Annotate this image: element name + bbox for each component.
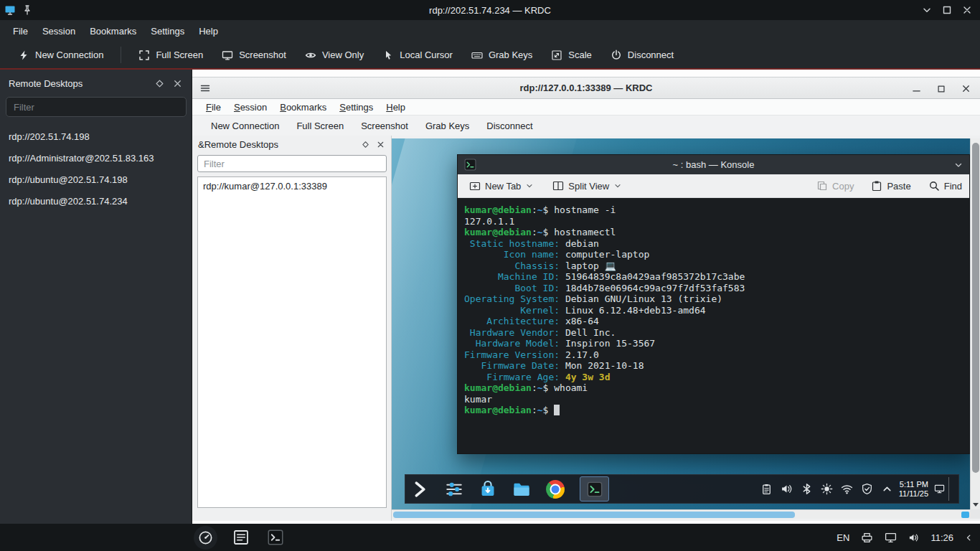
host-clock[interactable]: 11:26 <box>930 532 953 543</box>
remote-desktop-item[interactable]: rdp://Administrator@202.51.83.163 <box>0 147 192 169</box>
inner-dock-float-icon[interactable] <box>361 140 370 149</box>
host-toolbar-screenshot-button[interactable]: Screenshot <box>215 46 293 65</box>
folder-icon[interactable] <box>512 480 531 499</box>
hamburger-menu-icon[interactable] <box>199 83 211 94</box>
keyboard-layout-indicator[interactable]: EN <box>837 532 849 543</box>
remote-desktop-item[interactable]: rdp://202.51.74.198 <box>0 126 192 147</box>
konsole-toolbar: New Tab Split View Copy <box>458 174 969 198</box>
inner-toolbar-full-screen-button[interactable]: Full Screen <box>288 118 352 134</box>
plasma-launchers <box>411 476 609 501</box>
host-shade-button[interactable] <box>918 1 936 19</box>
scale-icon <box>551 50 562 61</box>
sliders-icon[interactable] <box>445 480 463 499</box>
clipboard-icon[interactable] <box>760 483 773 495</box>
brightness-icon[interactable] <box>821 483 833 495</box>
toolbar-label: New Connection <box>35 50 103 60</box>
horizontal-scrollbar-thumb[interactable] <box>393 512 795 518</box>
host-menu-settings[interactable]: Settings <box>143 23 192 39</box>
inner-toolbar-grab-keys-button[interactable]: Grab Keys <box>417 118 478 134</box>
chrome-icon[interactable] <box>546 480 565 499</box>
tray-collapse-icon[interactable] <box>965 534 973 542</box>
inner-dock-close-icon[interactable] <box>376 140 385 149</box>
split-view-button[interactable]: Split View <box>548 177 626 194</box>
vertical-scrollbar[interactable] <box>970 138 980 509</box>
dock-close-icon[interactable] <box>172 78 183 89</box>
host-toolbar-grab-keys-button[interactable]: Grab Keys <box>465 46 539 65</box>
discover-icon[interactable] <box>479 480 497 499</box>
nested-remote-desktop[interactable]: ~ : bash — Konsole New Tab Split View <box>392 138 970 509</box>
volume-icon[interactable] <box>781 483 793 495</box>
plasma-clock-time: 5:11 PM <box>899 480 928 489</box>
host-menu-session[interactable]: Session <box>35 23 83 39</box>
inner-toolbar-screenshot-button[interactable]: Screenshot <box>352 118 417 134</box>
view-only-icon <box>305 50 316 61</box>
inner-close-button[interactable] <box>961 83 971 94</box>
terminal-line: Icon name: computer-laptop <box>464 249 963 260</box>
shield-icon[interactable] <box>861 483 873 495</box>
activity-gauge-icon[interactable] <box>194 526 217 550</box>
konsole-app-icon <box>463 159 476 171</box>
host-toolbar-full-screen-button[interactable]: Full Screen <box>132 46 209 65</box>
konsole-titlebar[interactable]: ~ : bash — Konsole <box>458 155 969 174</box>
host-toolbar-scale-button[interactable]: Scale <box>545 46 598 65</box>
terminal-window-icon <box>267 529 284 546</box>
inner-toolbar-new-connection-button[interactable]: New Connection <box>202 118 288 134</box>
host-close-button[interactable] <box>958 1 976 19</box>
volume-icon[interactable] <box>908 532 919 543</box>
launcher-icon[interactable] <box>411 480 430 499</box>
host-toolbar-local-cursor-button[interactable]: Local Cursor <box>376 46 459 65</box>
show-desktop-strip[interactable] <box>948 477 953 501</box>
panel-display-icon[interactable] <box>934 484 945 494</box>
dock-float-icon[interactable] <box>154 78 165 89</box>
terminal-line: Firmware Date: Mon 2021-10-18 <box>464 360 963 372</box>
new-tab-button[interactable]: New Tab <box>465 177 538 194</box>
split-view-icon <box>552 180 564 192</box>
inner-menu-file[interactable]: File <box>199 100 227 114</box>
inner-menu-bookmarks[interactable]: Bookmarks <box>273 100 333 114</box>
horizontal-scrollbar[interactable] <box>392 509 970 519</box>
taskbar-konsole-active-button[interactable] <box>580 476 609 501</box>
display-icon[interactable] <box>885 532 897 544</box>
host-menu-help[interactable]: Help <box>192 23 225 39</box>
inner-menu-settings[interactable]: Settings <box>333 100 380 114</box>
host-toolbar-new-connection-button[interactable]: New Connection <box>11 46 110 65</box>
printer-icon[interactable] <box>861 532 873 544</box>
bluetooth-icon[interactable] <box>801 483 813 495</box>
terminal-line: Hardware Model: Inspiron 15-3567 <box>464 338 963 349</box>
copy-button[interactable]: Copy <box>812 177 858 194</box>
scroll-right-button[interactable] <box>961 512 969 518</box>
inner-toolbar-disconnect-button[interactable]: Disconnect <box>478 118 541 134</box>
vertical-scrollbar-thumb[interactable] <box>972 143 979 473</box>
terminal-output[interactable]: kumar@debian:~$ hostname -i127.0.1.1kuma… <box>458 198 969 453</box>
host-toolbar-disconnect-button[interactable]: Disconnect <box>604 46 680 65</box>
inner-maximize-button[interactable] <box>936 84 946 94</box>
host-maximize-button[interactable] <box>938 1 956 19</box>
host-toolbar-view-only-button[interactable]: View Only <box>298 46 370 65</box>
remote-desktop-item[interactable]: rdp://ubuntu@202.51.74.198 <box>0 169 192 190</box>
inner-minimize-button[interactable] <box>911 83 922 94</box>
toolbar-label: Local Cursor <box>400 50 453 60</box>
wifi-icon[interactable] <box>841 483 853 495</box>
chevron-up-icon[interactable] <box>881 483 893 495</box>
dock-filter-input[interactable] <box>6 97 187 117</box>
plasma-clock[interactable]: 5:11 PM 11/11/25 <box>899 480 928 499</box>
new-tab-dropdown-icon[interactable] <box>525 182 534 190</box>
inner-menu-session[interactable]: Session <box>227 100 273 114</box>
inner-menu-help[interactable]: Help <box>380 100 412 114</box>
find-button[interactable]: Find <box>924 177 966 194</box>
host-menu-file[interactable]: File <box>6 23 35 39</box>
taskbar-window-terminal[interactable] <box>265 527 286 548</box>
disconnect-icon <box>611 50 622 61</box>
taskbar-window-list[interactable] <box>230 527 252 548</box>
inner-dock-filter-input[interactable] <box>197 155 387 172</box>
split-view-dropdown-icon[interactable] <box>613 182 622 190</box>
remote-desktop-item[interactable]: rdp://ubuntu@202.51.74.234 <box>0 190 192 212</box>
paste-button[interactable]: Paste <box>867 177 915 194</box>
tasklist-icon <box>232 529 250 546</box>
konsole-title: ~ : bash — Konsole <box>458 159 969 170</box>
konsole-titlebar-caret-icon[interactable] <box>953 160 963 170</box>
scroll-down-icon[interactable] <box>973 503 979 507</box>
host-menu-bookmarks[interactable]: Bookmarks <box>83 23 143 39</box>
inner-remote-desktop-item[interactable]: rdp://kumar@127.0.0.1:33389 <box>198 177 386 195</box>
pin-icon[interactable] <box>22 4 33 16</box>
